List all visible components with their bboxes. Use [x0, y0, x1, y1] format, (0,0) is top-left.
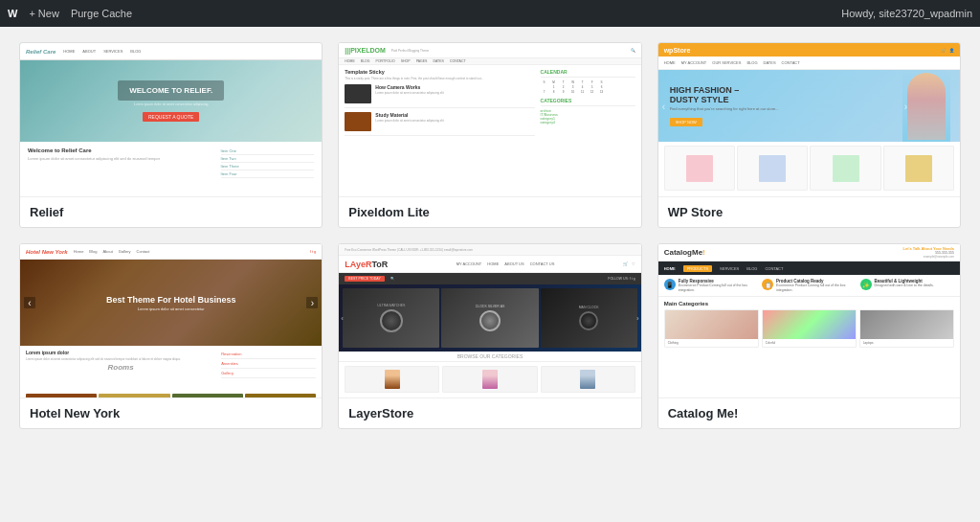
- catalog-cat-label: Laptops: [860, 339, 953, 347]
- pixeldom-nav: |||PIXELDOM Pixel Perfect Blogging Theme…: [339, 43, 640, 58]
- layer-top-bar-text: Free Eco-Commerce WordPress Theme | CALL…: [345, 248, 473, 252]
- purge-cache[interactable]: Purge Cache: [71, 8, 132, 19]
- catalog-nav-item-blog: BLOG: [746, 266, 757, 271]
- catalog-nav-item-home: HOME: [664, 266, 676, 271]
- layer-cat-btn[interactable]: BEST PRICE TODAY: [345, 276, 384, 282]
- catalog-feature-icon-3: ✨: [860, 279, 872, 290]
- catalog-nav-item-contact: CONTACT: [765, 266, 783, 271]
- theme-card-hotel[interactable]: Hotel New York Home Blog About Gallery C…: [19, 243, 323, 429]
- hotel-hero: Best Theme For Hotel Business Lorem ipsu…: [20, 260, 322, 346]
- pixeldom-label: Pixeldom Lite: [339, 196, 640, 227]
- new-menu[interactable]: + New: [29, 8, 59, 19]
- layerstore-label: LayerStore: [339, 397, 640, 428]
- layer-top-bar: Free Eco-Commerce WordPress Theme | CALL…: [339, 244, 640, 256]
- wpstore-products: [658, 142, 960, 194]
- layer-slide-1-label: ULTRA WATCHES: [377, 304, 405, 307]
- layer-nav-item: CONTACT US: [530, 261, 555, 266]
- hotel-sidebar: Reservation Amenities Gallery: [221, 350, 316, 390]
- catalog-top: CatalogMe! Let's Talk About Your Needs 5…: [658, 244, 960, 261]
- wpstore-nav-item: BLOG: [746, 60, 757, 65]
- pixeldom-logo: |||PIXELDOM: [345, 47, 385, 54]
- theme-grid: Relief Care HOME ABOUT SERVICES BLOG WEL…: [19, 42, 961, 429]
- layer-nav-item: ABOUT US: [504, 261, 523, 266]
- layer-next-arrow[interactable]: ›: [636, 314, 639, 323]
- hotel-hero-sub: Lorem ipsum dolor sit amet consectetur: [106, 306, 236, 311]
- relief-nav-item: ABOUT: [82, 49, 96, 54]
- theme-card-catalogme[interactable]: CatalogMe! Let's Talk About Your Needs 5…: [657, 243, 961, 429]
- hotel-thumb: [172, 394, 243, 397]
- hotel-thumbnails: [20, 394, 322, 397]
- catalog-main-cats: Main Categories Clothing Colorful Lap: [658, 297, 960, 352]
- layer-cats: [339, 361, 640, 397]
- relief-logo: Relief Care: [26, 49, 56, 55]
- wpstore-nav-item: CONTACT: [782, 60, 800, 65]
- relief-hero-btn[interactable]: REQUEST A QUOTE: [143, 112, 199, 122]
- hotel-prev-arrow[interactable]: ‹: [24, 297, 35, 308]
- hotel-next-arrow[interactable]: ›: [306, 297, 318, 308]
- wpstore-nav-item: OUR SERVICES: [712, 60, 741, 65]
- layer-logo-store: ToR: [372, 260, 389, 269]
- theme-card-relief[interactable]: Relief Care HOME ABOUT SERVICES BLOG WEL…: [19, 42, 323, 228]
- hotel-nav-item: Gallery: [119, 249, 131, 254]
- layer-search[interactable]: 🔍: [390, 277, 603, 281]
- relief-preview: Relief Care HOME ABOUT SERVICES BLOG WEL…: [20, 43, 322, 196]
- pixeldom-hero-title: Template Sticky: [345, 69, 534, 75]
- theme-card-pixeldom[interactable]: |||PIXELDOM Pixel Perfect Blogging Theme…: [338, 42, 641, 228]
- pixeldom-main: Template Sticky This is a sticky post. T…: [345, 69, 534, 157]
- catalog-cat-grid: Clothing Colorful Laptops: [664, 309, 954, 348]
- layer-prev-arrow[interactable]: ‹: [341, 314, 344, 323]
- pixeldom-nav-item: BLOG: [361, 59, 370, 63]
- pixeldom-post-text: Lorem ipsum dolor sit amet consectetur a…: [375, 119, 443, 123]
- catalog-cat-label: Clothing: [665, 339, 758, 347]
- pixeldom-nav-item: PAGES: [416, 59, 428, 63]
- wpstore-product-img: [905, 155, 932, 182]
- pixeldom-calendar: SMTWTFS 123456 78910111213: [541, 80, 635, 94]
- wp-icon[interactable]: W: [8, 8, 17, 19]
- wpstore-nav-item: HOME: [664, 60, 676, 65]
- relief-content: Welcome to Relief Care Lorem ipsum dolor…: [20, 142, 322, 196]
- catalog-cat-label: Colorful: [763, 339, 856, 347]
- hotel-sidebar-item: Reservation: [221, 350, 316, 359]
- wpstore-person-figure: [907, 73, 946, 140]
- layer-follow-us: FOLLOW US: f t g: [608, 277, 635, 281]
- wpstore-product-img: [686, 155, 713, 182]
- catalog-feature-text-1: Ecommerce Product Coming full out of the…: [679, 284, 758, 292]
- pixeldom-hero-text: This is a sticky post. There are a few t…: [345, 77, 534, 80]
- relief-nav-item: BLOG: [130, 49, 141, 54]
- relief-main-title: Welcome to Relief Care: [28, 148, 215, 153]
- theme-card-layerstore[interactable]: Free Eco-Commerce WordPress Theme | CALL…: [338, 243, 641, 429]
- hotel-social-icons: f t g: [310, 249, 317, 254]
- pixeldom-calendar-title: CALENDAR: [541, 69, 635, 78]
- catalog-features: 📱 Fully Responsive Ecommerce Product Com…: [658, 275, 960, 297]
- wpstore-logo: wpStore: [664, 47, 691, 54]
- pixeldom-post-text: Lorem ipsum dolor sit amet consectetur a…: [375, 91, 443, 95]
- hotel-hero-content: Best Theme For Hotel Business Lorem ipsu…: [106, 295, 236, 311]
- pixeldom-post-title: How Camera Works: [375, 84, 443, 90]
- wpstore-product-img: [759, 155, 786, 182]
- wpstore-hero: HIGH FASHION – DUSTY STYLE Find everythi…: [658, 70, 960, 142]
- pixeldom-body: Template Sticky This is a sticky post. T…: [339, 65, 640, 161]
- wpstore-prev-arrow[interactable]: ‹: [662, 101, 665, 111]
- pixeldom-categories-section: CATEGORIES archive IT/Business category1…: [541, 98, 635, 125]
- catalog-cat-img-clothing: [665, 310, 758, 339]
- layer-slide-2-label: CLOCK SILVER AS: [476, 305, 505, 308]
- layer-cat-thumb: [580, 370, 595, 389]
- catalog-preview: CatalogMe! Let's Talk About Your Needs 5…: [658, 244, 960, 397]
- catalog-logo-accent: !: [702, 248, 705, 257]
- layer-wishlist-icon: ♡: [632, 261, 635, 266]
- relief-sidebar: Item One Item Two Item Three Item Four: [221, 148, 315, 196]
- layer-cat-thumb: [385, 370, 400, 389]
- catalog-cat-img-laptop: [860, 310, 953, 339]
- wpstore-top-icons: 🛒 👤: [941, 48, 954, 53]
- wpstore-hero-btn[interactable]: SHOP NOW: [670, 118, 702, 126]
- pixeldom-post-title: Study Material: [375, 112, 443, 118]
- wpstore-nav: HOME MY ACCOUNT OUR SERVICES BLOG DATES …: [658, 57, 960, 70]
- hotel-logo: Hotel New York: [26, 249, 68, 255]
- pixeldom-preview: |||PIXELDOM Pixel Perfect Blogging Theme…: [339, 43, 640, 196]
- wpstore-hero-sub: Find everything that you're searching fo…: [670, 106, 801, 111]
- hotel-nav-item: Contact: [137, 249, 150, 254]
- wpstore-next-arrow[interactable]: ›: [904, 101, 907, 111]
- wpstore-account-icon: 👤: [949, 48, 954, 53]
- layer-logo-layer: LAyeR: [345, 260, 371, 269]
- theme-card-wpstore[interactable]: wpStore 🛒 👤 HOME MY ACCOUNT OUR SERVICES…: [657, 42, 961, 228]
